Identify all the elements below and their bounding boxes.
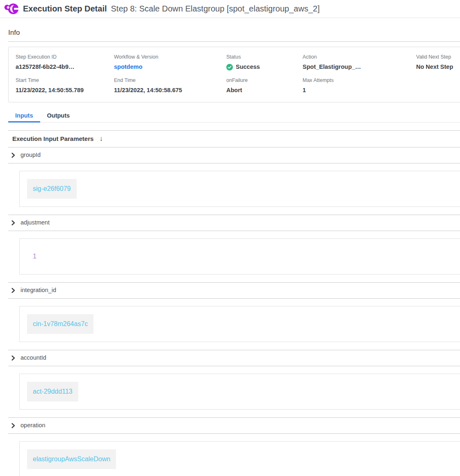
param-name: integration_id xyxy=(20,286,56,294)
param-value-chip: act-29ddd113 xyxy=(27,382,78,401)
param-section-header[interactable]: groupId xyxy=(8,147,460,163)
param-value-panel: act-29ddd113 xyxy=(19,374,460,410)
success-check-icon xyxy=(226,64,233,70)
param-section-header[interactable]: accountId xyxy=(8,350,460,366)
field-workflow-version: Workflow & Version spotdemo xyxy=(114,54,226,70)
field-step-execution-id: Step Execution ID a125728f-6b22-4b9… xyxy=(16,54,114,70)
status-value: Success xyxy=(226,63,303,70)
workflow-link[interactable]: spotdemo xyxy=(114,63,226,70)
field-value: 11/23/2022, 14:50:55.789 xyxy=(16,87,114,94)
field-value: 11/23/2022, 14:50:58.675 xyxy=(114,87,226,94)
chevron-right-icon xyxy=(10,152,16,158)
field-action: Action Spot_Elastigroup_… xyxy=(303,54,416,70)
chevron-right-icon xyxy=(10,423,16,428)
param-panel-wrap: cin-1v78m264as7c xyxy=(8,299,460,350)
field-label: Step Execution ID xyxy=(16,54,114,60)
field-value: Abort xyxy=(226,87,303,94)
page-subtitle: Step 8: Scale Down Elastgroup [spot_elas… xyxy=(111,4,320,14)
param-name: adjustment xyxy=(20,219,50,227)
param-value-chip: elastigroupAwsScaleDown xyxy=(27,449,116,469)
field-label: Workflow & Version xyxy=(114,54,226,60)
execution-input-parameters-header: Execution Input Parameters ↓ xyxy=(8,131,460,147)
param-section-header[interactable]: operation xyxy=(8,418,460,433)
info-divider xyxy=(8,41,460,42)
param-name: accountId xyxy=(20,354,46,362)
param-value-chip: cin-1v78m264as7c xyxy=(27,314,93,334)
param-value-panel: 1 xyxy=(19,238,460,274)
page-title: Execution Step Detail xyxy=(23,4,107,14)
param-name: operation xyxy=(20,422,45,429)
tab-outputs[interactable]: Outputs xyxy=(40,109,77,122)
field-value: 1 xyxy=(303,87,416,94)
info-card: Step Execution ID a125728f-6b22-4b9… Wor… xyxy=(8,47,460,102)
field-start-time: Start Time 11/23/2022, 14:50:55.789 xyxy=(16,77,114,94)
field-value: No Next Step xyxy=(416,63,460,70)
param-section-adjustment: adjustment 1 xyxy=(8,215,460,283)
chevron-right-icon xyxy=(10,220,16,226)
param-panel-wrap: elastigroupAwsScaleDown xyxy=(8,434,460,476)
field-label: Max Attempts xyxy=(303,77,416,84)
spot-logo-icon xyxy=(4,2,19,15)
param-section-header[interactable]: integration_id xyxy=(8,283,460,298)
field-label: Action xyxy=(303,54,416,60)
field-value: Spot_Elastigroup_… xyxy=(303,63,416,70)
param-panel-wrap: act-29ddd113 xyxy=(8,366,460,417)
param-section-integration-id: integration_id cin-1v78m264as7c xyxy=(8,283,460,350)
page-header: Execution Step Detail Step 8: Scale Down… xyxy=(0,0,460,18)
field-valid-next-step: Valid Next Step No Next Step xyxy=(416,54,460,70)
field-label: Valid Next Step xyxy=(416,54,460,60)
field-spacer xyxy=(416,77,460,94)
status-text: Success xyxy=(236,63,260,70)
param-value-chip: 1 xyxy=(27,247,42,266)
field-end-time: End Time 11/23/2022, 14:50:58.675 xyxy=(114,77,226,94)
param-section-operation: operation elastigroupAwsScaleDown xyxy=(8,418,460,476)
param-value-chip: sig-e26f6079 xyxy=(27,179,77,199)
param-value-panel: cin-1v78m264as7c xyxy=(19,306,460,342)
param-value-panel: elastigroupAwsScaleDown xyxy=(19,441,460,476)
param-value-panel: sig-e26f6079 xyxy=(19,171,460,207)
field-value: a125728f-6b22-4b9… xyxy=(16,63,114,70)
chevron-right-icon xyxy=(10,288,16,293)
field-label: Start Time xyxy=(16,77,114,84)
param-panel-wrap: sig-e26f6079 xyxy=(8,163,460,215)
field-max-attempts: Max Attempts 1 xyxy=(303,77,416,94)
field-label: End Time xyxy=(114,77,226,84)
param-name: groupId xyxy=(20,151,41,159)
field-onfailure: onFailure Abort xyxy=(226,77,303,94)
field-label: onFailure xyxy=(226,77,303,84)
param-panel-wrap: 1 xyxy=(8,231,460,282)
info-section-heading: Info xyxy=(8,18,460,41)
params-title: Execution Input Parameters xyxy=(12,135,93,142)
chevron-right-icon xyxy=(10,355,16,361)
collapse-down-arrow-icon[interactable]: ↓ xyxy=(99,135,103,142)
param-section-accountid: accountId act-29ddd113 xyxy=(8,350,460,418)
tab-inputs[interactable]: Inputs xyxy=(8,109,40,122)
tab-bar: Inputs Outputs xyxy=(8,109,460,122)
param-section-groupid: groupId sig-e26f6079 xyxy=(8,147,460,215)
param-section-header[interactable]: adjustment xyxy=(8,215,460,231)
field-status: Status Success xyxy=(226,54,303,70)
field-label: Status xyxy=(226,54,303,60)
